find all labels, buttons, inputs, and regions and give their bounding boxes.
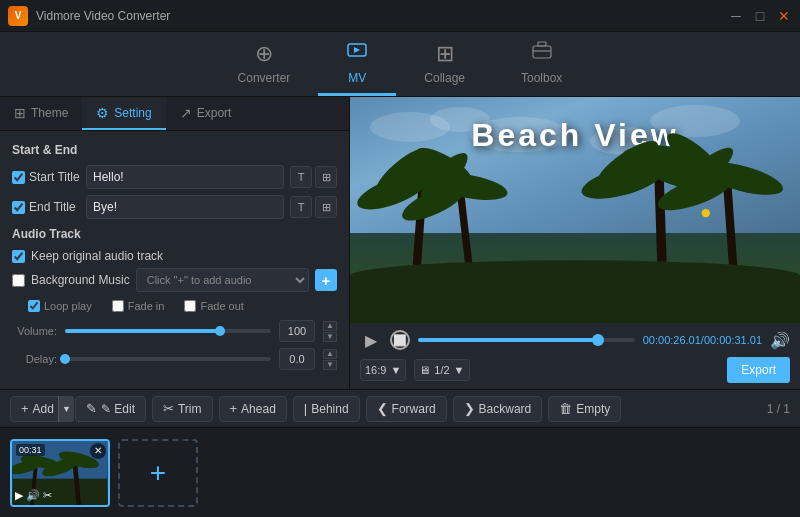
monitor-icon: 🖥 (419, 364, 430, 376)
forward-button[interactable]: ❮ Forward (366, 396, 447, 422)
nav-mv-label: MV (348, 71, 366, 85)
minimize-button[interactable]: ─ (728, 8, 744, 24)
video-area: Beach View (350, 97, 800, 323)
clip-close-button[interactable]: ✕ (90, 443, 106, 459)
end-title-input[interactable] (86, 195, 284, 219)
panel-content: Start & End Start Title T ⊞ End Title (0, 131, 349, 389)
add-caret[interactable]: ▼ (58, 396, 74, 422)
loop-play-label[interactable]: Loop play (28, 300, 92, 312)
add-audio-button[interactable]: + (315, 269, 337, 291)
progress-bar[interactable] (418, 338, 635, 342)
tab-theme-label: Theme (31, 106, 68, 120)
delay-up-btn[interactable]: ▲ (323, 349, 337, 359)
tab-setting-label: Setting (114, 106, 151, 120)
end-title-checkbox-label[interactable]: End Title (12, 200, 80, 214)
forward-label: Forward (392, 402, 436, 416)
nav-toolbox[interactable]: Toolbox (493, 31, 590, 96)
start-title-grid-btn[interactable]: ⊞ (315, 166, 337, 188)
behind-icon: | (304, 401, 307, 416)
tab-export[interactable]: ↗ Export (166, 97, 246, 130)
audio-section: Audio Track Keep original audio track Ba… (12, 227, 337, 370)
keep-original-checkbox[interactable] (12, 250, 25, 263)
start-title-input[interactable] (86, 165, 284, 189)
volume-row: Volume: 100 ▲ ▼ (12, 320, 337, 342)
close-button[interactable]: ✕ (776, 8, 792, 24)
export-icon: ↗ (180, 105, 192, 121)
edit-icon: ✎ (86, 401, 97, 416)
delay-value: 0.0 (279, 348, 315, 370)
behind-button[interactable]: | Behind (293, 396, 360, 422)
page-select[interactable]: 🖥 1/2 ▼ (414, 359, 469, 381)
trim-label: Trim (178, 402, 202, 416)
export-button[interactable]: Export (727, 357, 790, 383)
timeline: 00:31 ✕ ▶ 🔊 ✂ + (0, 427, 800, 517)
delay-row: Delay: 0.0 ▲ ▼ (12, 348, 337, 370)
empty-button[interactable]: 🗑 Empty (548, 396, 621, 422)
start-title-label: Start Title (29, 170, 80, 184)
end-title-font-btn[interactable]: T (290, 196, 312, 218)
toolbox-icon (531, 39, 553, 67)
edit-label: ✎ Edit (101, 402, 135, 416)
nav-collage-label: Collage (424, 71, 465, 85)
nav-mv[interactable]: MV (318, 31, 396, 96)
volume-slider[interactable] (65, 329, 271, 333)
fade-in-checkbox[interactable] (112, 300, 124, 312)
end-title-label: End Title (29, 200, 76, 214)
play-button[interactable]: ▶ (360, 329, 382, 351)
end-title-checkbox[interactable] (12, 201, 25, 214)
keep-original-row: Keep original audio track (12, 249, 337, 263)
ratio-select[interactable]: 16:9 ▼ (360, 359, 406, 381)
video-preview: Beach View (350, 97, 800, 323)
start-title-font-btn[interactable]: T (290, 166, 312, 188)
volume-button[interactable]: 🔊 (770, 331, 790, 350)
delay-slider[interactable] (65, 357, 271, 361)
delay-stepper: ▲ ▼ (323, 349, 337, 370)
loop-play-checkbox[interactable] (28, 300, 40, 312)
stop-button[interactable]: ⬜ (390, 330, 410, 350)
converter-icon: ⊕ (255, 41, 273, 67)
app-icon: V (8, 6, 28, 26)
bg-music-checkbox[interactable] (12, 274, 25, 287)
nav-converter-label: Converter (238, 71, 291, 85)
nav-collage[interactable]: ⊞ Collage (396, 33, 493, 96)
nav-toolbox-label: Toolbox (521, 71, 562, 85)
add-button[interactable]: + Add ▼ (10, 396, 69, 422)
add-clip-button[interactable]: + (118, 439, 198, 507)
start-title-checkbox[interactable] (12, 171, 25, 184)
clip-item[interactable]: 00:31 ✕ ▶ 🔊 ✂ (10, 439, 110, 507)
forward-icon: ❮ (377, 401, 388, 416)
volume-up-btn[interactable]: ▲ (323, 321, 337, 331)
title-bar: V Vidmore Video Converter ─ □ ✕ (0, 0, 800, 32)
tab-theme[interactable]: ⊞ Theme (0, 97, 82, 130)
trim-icon: ✂ (163, 401, 174, 416)
sub-check-row: Loop play Fade in Fade out (28, 300, 337, 312)
nav-converter[interactable]: ⊕ Converter (210, 33, 319, 96)
fade-out-label[interactable]: Fade out (184, 300, 243, 312)
ratio-chevron: ▼ (390, 364, 401, 376)
bg-music-select[interactable]: Click "+" to add audio (136, 268, 309, 292)
trim-button[interactable]: ✂ Trim (152, 396, 213, 422)
left-panel: ⊞ Theme ⚙ Setting ↗ Export Start & End S… (0, 97, 350, 389)
ahead-button[interactable]: + Ahead (219, 396, 287, 422)
svg-rect-2 (533, 46, 551, 58)
progress-fill (418, 338, 598, 342)
theme-icon: ⊞ (14, 105, 26, 121)
playback-row: ▶ ⬜ 00:00:26.01/00:00:31.01 🔊 (360, 329, 790, 351)
fade-in-label[interactable]: Fade in (112, 300, 165, 312)
audio-track-title: Audio Track (12, 227, 337, 241)
ahead-icon: + (230, 401, 238, 416)
maximize-button[interactable]: □ (752, 8, 768, 24)
edit-button[interactable]: ✎ ✎ Edit (75, 396, 146, 422)
tab-setting[interactable]: ⚙ Setting (82, 97, 165, 130)
backward-button[interactable]: ❯ Backward (453, 396, 543, 422)
palm-trees-svg (350, 97, 800, 323)
volume-down-btn[interactable]: ▼ (323, 332, 337, 342)
start-title-checkbox-label[interactable]: Start Title (12, 170, 80, 184)
time-display: 00:00:26.01/00:00:31.01 (643, 334, 762, 346)
fade-out-checkbox[interactable] (184, 300, 196, 312)
delay-down-btn[interactable]: ▼ (323, 360, 337, 370)
clip-sound-icon: 🔊 (26, 489, 40, 502)
volume-stepper: ▲ ▼ (323, 321, 337, 342)
collage-icon: ⊞ (436, 41, 454, 67)
end-title-grid-btn[interactable]: ⊞ (315, 196, 337, 218)
